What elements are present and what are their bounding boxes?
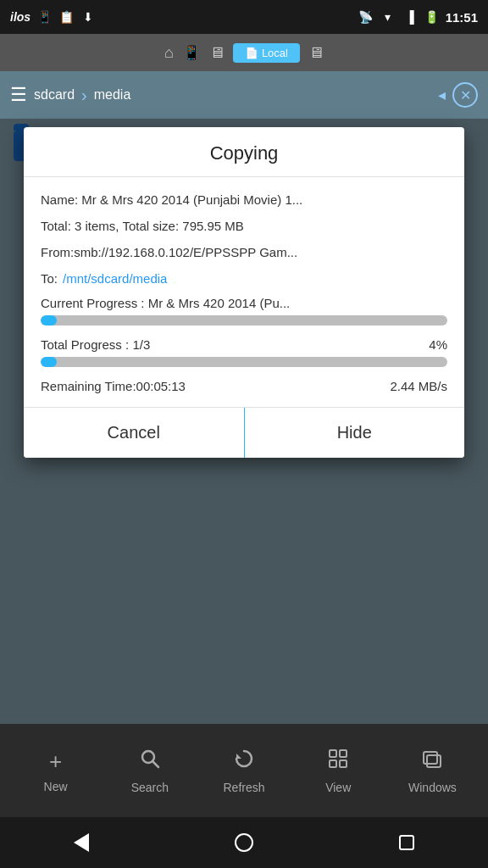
wifi-icon: ▾ bbox=[380, 8, 396, 25]
speed-text: 2.44 MB/s bbox=[390, 379, 447, 393]
main-content: audio Copying Name: Mr & Mrs 420 2014 (P… bbox=[0, 119, 488, 724]
search-icon bbox=[139, 748, 161, 776]
svg-rect-5 bbox=[330, 760, 336, 767]
svg-marker-2 bbox=[236, 754, 241, 759]
from-row: From:smb://192.168.0.102/E/PPSSPP Gam... bbox=[41, 243, 447, 261]
total-progress-fill bbox=[41, 357, 57, 367]
svg-rect-7 bbox=[424, 752, 437, 764]
nav-bar bbox=[0, 817, 488, 868]
signal-icon: ▐ bbox=[402, 8, 419, 25]
windows-icon bbox=[421, 748, 443, 776]
local-icon: 📄 bbox=[245, 47, 258, 59]
breadcrumb-arrow: › bbox=[81, 86, 87, 105]
svg-rect-6 bbox=[340, 760, 347, 767]
cast-icon: 📡 bbox=[358, 8, 374, 25]
total-progress-label: Total Progress : 1/3 bbox=[41, 337, 150, 352]
windows-label: Windows bbox=[408, 781, 457, 794]
svg-line-1 bbox=[152, 761, 158, 767]
refresh-icon bbox=[233, 748, 255, 776]
breadcrumb-media[interactable]: media bbox=[94, 87, 131, 103]
dialog-title: Copying bbox=[24, 127, 464, 177]
remote-icon[interactable]: 🖥 bbox=[308, 44, 324, 62]
battery-icon: 🔋 bbox=[424, 8, 441, 25]
toolbar-search[interactable]: Search bbox=[103, 748, 197, 794]
to-row: To: /mnt/sdcard/media bbox=[41, 270, 447, 287]
view-icon bbox=[327, 748, 349, 776]
app-name: ilos bbox=[10, 10, 30, 24]
new-label: New bbox=[44, 780, 68, 793]
status-bar-left: ilos 📱 📋 ⬇ bbox=[10, 8, 97, 25]
svg-rect-8 bbox=[427, 755, 441, 767]
total-progress-row: Total Progress : 1/3 4% bbox=[41, 337, 447, 352]
to-path: /mnt/sdcard/media bbox=[63, 270, 167, 287]
file-name-row: Name: Mr & Mrs 420 2014 (Punjabi Movie) … bbox=[41, 191, 447, 209]
new-icon: + bbox=[49, 748, 62, 775]
breadcrumb-sdcard[interactable]: sdcard bbox=[34, 87, 75, 103]
total-progress-bar bbox=[41, 357, 447, 367]
recent-button[interactable] bbox=[385, 821, 428, 864]
remaining-row: Remaining Time:00:05:13 2.44 MB/s bbox=[41, 379, 447, 393]
dialog-buttons: Cancel Hide bbox=[24, 408, 464, 458]
status-bar-right: 📡 ▾ ▐ 🔋 11:51 bbox=[358, 8, 478, 25]
current-progress-fill bbox=[41, 315, 57, 326]
local-label: Local bbox=[262, 47, 288, 59]
percent-text: 4% bbox=[429, 337, 447, 352]
toolbar-refresh[interactable]: Refresh bbox=[197, 748, 291, 794]
status-bar: ilos 📱 📋 ⬇ 📡 ▾ ▐ 🔋 11:51 bbox=[0, 0, 488, 34]
total-size-row: Total: 3 items, Total size: 795.95 MB bbox=[41, 217, 447, 235]
arrow-icon: ◂ bbox=[438, 86, 446, 104]
view-label: View bbox=[325, 781, 351, 794]
dialog-overlay: Copying Name: Mr & Mrs 420 2014 (Punjabi… bbox=[0, 119, 488, 724]
time-display: 11:51 bbox=[446, 10, 478, 25]
cancel-button[interactable]: Cancel bbox=[24, 408, 245, 458]
toolbar-windows[interactable]: Windows bbox=[385, 748, 480, 794]
header-bar: ☰ sdcard › media ◂ ✕ bbox=[0, 71, 488, 119]
home-button[interactable] bbox=[223, 821, 265, 864]
toolbar-view[interactable]: View bbox=[291, 748, 385, 794]
remaining-time-text: Remaining Time:00:05:13 bbox=[41, 379, 186, 393]
copy-dialog: Copying Name: Mr & Mrs 420 2014 (Punjabi… bbox=[24, 127, 464, 458]
status-icon-3: ⬇ bbox=[80, 8, 97, 25]
close-button[interactable]: ✕ bbox=[452, 82, 478, 108]
phone-icon[interactable]: 📱 bbox=[182, 43, 201, 62]
status-icon-2: 📋 bbox=[58, 8, 75, 25]
top-nav-bar: ⌂ 📱 🖥 📄 Local 🖥 bbox=[0, 34, 488, 71]
refresh-label: Refresh bbox=[223, 781, 264, 794]
local-button[interactable]: 📄 Local bbox=[233, 43, 300, 63]
status-icon-1: 📱 bbox=[36, 8, 53, 25]
desktop-icon[interactable]: 🖥 bbox=[209, 44, 225, 62]
hide-button[interactable]: Hide bbox=[245, 408, 465, 458]
toolbar-new[interactable]: + New bbox=[8, 748, 103, 793]
svg-rect-3 bbox=[330, 750, 336, 757]
current-progress-bar bbox=[41, 315, 447, 326]
home-icon[interactable]: ⌂ bbox=[164, 44, 174, 62]
dialog-body: Name: Mr & Mrs 420 2014 (Punjabi Movie) … bbox=[24, 177, 464, 407]
to-label: To: bbox=[41, 270, 58, 287]
current-progress-label: Current Progress : Mr & Mrs 420 2014 (Pu… bbox=[41, 296, 447, 310]
svg-rect-4 bbox=[340, 750, 347, 757]
search-label: Search bbox=[131, 781, 169, 794]
back-button[interactable] bbox=[60, 821, 103, 864]
hamburger-icon[interactable]: ☰ bbox=[10, 84, 27, 106]
bottom-toolbar: + New Search Refresh V bbox=[0, 724, 488, 817]
